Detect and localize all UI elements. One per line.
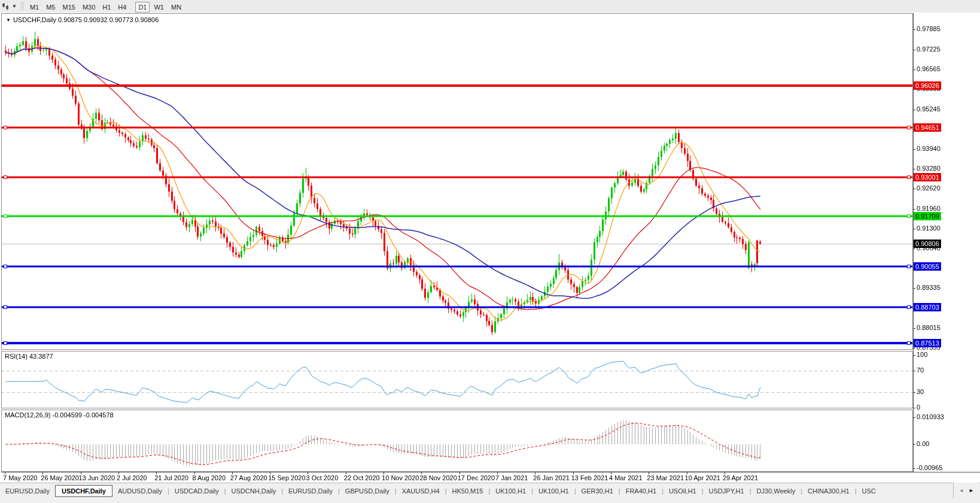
rsi-scale-label: 70	[917, 366, 924, 374]
macd-indicator-label: MACD(12,26,9) -0.004599 -0.004578	[5, 411, 114, 419]
current-price-label: 0.90806	[914, 240, 941, 248]
chevron-down-icon: ▼	[12, 4, 17, 9]
macd-scale-label: 0.00	[917, 440, 929, 447]
price-tick-label: 0.92620	[917, 184, 941, 192]
date-tick-label: 4 Mar 2021	[609, 474, 643, 481]
price-tick-label: 0.97225	[917, 46, 941, 53]
date-tick-label: 13 Feb 2021	[571, 474, 608, 481]
tab-audusd-daily[interactable]: AUDUSD,Daily	[112, 486, 168, 496]
tab-usoil-h1[interactable]: USOil,H1	[664, 486, 702, 496]
hline-price-label: 0.96026	[914, 81, 941, 90]
date-tick-label: 10 Nov 2020	[382, 474, 419, 481]
timeframe-button-w1[interactable]: W1	[151, 2, 167, 13]
date-tick-label: 3 Oct 2020	[306, 474, 338, 481]
date-tick-label: 26 May 2020	[41, 474, 79, 481]
tab-eurusd-daily[interactable]: EURUSD,Daily	[0, 486, 55, 496]
date-tick-label: 10 Apr 2021	[685, 474, 720, 481]
tab-fra40-h1[interactable]: FRA40,H1	[620, 486, 662, 496]
date-tick-label: 27 Aug 2020	[230, 474, 267, 481]
timeframe-button-m5[interactable]: M5	[43, 2, 58, 13]
date-tick-label: 21 Jul 2020	[154, 474, 188, 481]
tab-eurusd-daily[interactable]: EURUSD,Daily	[283, 486, 338, 496]
date-tick-label: 2 Jul 2020	[117, 474, 147, 481]
price-chart-canvas[interactable]	[0, 13, 980, 483]
price-tick-label: 0.95245	[917, 105, 941, 113]
chart-area: ▼USDCHF,Daily 0.90875 0.90932 0.90773 0.…	[0, 13, 980, 483]
rsi-scale-label: 30	[917, 388, 924, 395]
scroll-tabs-right-button[interactable]: ►	[966, 486, 976, 495]
tab-scroll-arrows: ◄ ►	[953, 483, 979, 498]
hline-price-label: 0.90055	[914, 262, 941, 271]
price-tick-label: 0.96565	[917, 65, 941, 72]
timeframe-button-h4[interactable]: H4	[115, 2, 129, 13]
timeframe-button-m30[interactable]: M30	[80, 2, 98, 13]
timeframe-button-m15[interactable]: M15	[59, 2, 78, 13]
tab-ger30-h1[interactable]: GER30,H1	[576, 486, 619, 496]
date-tick-label: 15 Sep 2020	[268, 474, 305, 481]
date-tick-label: 13 Jun 2020	[79, 474, 115, 481]
tab-gbpusd-daily[interactable]: GBPUSD,Daily	[340, 486, 395, 496]
toolbar-grip[interactable]	[20, 2, 24, 11]
tab-uk100-h1[interactable]: UK100,H1	[533, 486, 574, 496]
timeframe-button-h1[interactable]: H1	[99, 2, 114, 13]
tab-uk100-h1[interactable]: UK100,H1	[490, 486, 531, 496]
tab-usdjpy-h1[interactable]: USDJPY,H1	[704, 486, 750, 496]
chart-title: ▼USDCHF,Daily 0.90875 0.90932 0.90773 0.…	[6, 16, 159, 23]
timeframe-button-d1[interactable]: D1	[135, 2, 150, 13]
scroll-tabs-left-button[interactable]: ◄	[956, 486, 966, 495]
timeframe-buttons: M1M5M15M30H1H4D1W1MN	[26, 1, 190, 12]
hline-price-label: 0.87513	[914, 339, 941, 347]
date-tick-label: 8 Aug 2020	[193, 474, 226, 481]
rsi-scale-label: 100	[917, 351, 927, 358]
date-tick-label: 29 Apr 2021	[723, 474, 758, 481]
date-tick-label: 28 Nov 2020	[419, 474, 456, 481]
tab-usdcad-daily[interactable]: USDCAD,Daily	[169, 486, 224, 496]
chart-type-dropdown-button[interactable]: ▼	[0, 1, 18, 12]
macd-scale-label: 0.010933	[917, 413, 944, 420]
hline-price-label: 0.93001	[914, 173, 941, 181]
hline-price-label: 0.88703	[914, 303, 941, 311]
chart-tab-bar: EURUSD,DailyUSDCHF,DailyAUDUSD,Daily|USD…	[0, 483, 980, 499]
candles-indicator-icon	[2, 3, 10, 10]
date-tick-label: 26 Jan 2021	[533, 474, 570, 481]
date-tick-label: 7 Jan 2021	[495, 474, 528, 481]
chart-toolbar: ▼ M1M5M15M30H1H4D1W1MN	[0, 0, 980, 13]
timeframe-button-m1[interactable]: M1	[27, 2, 42, 13]
tab-hk50-m15[interactable]: HK50,M15	[447, 486, 489, 496]
hline-price-label: 0.94651	[914, 123, 941, 132]
macd-scale-label: -0.00965	[917, 464, 942, 471]
tab-dj30-weekly[interactable]: DJ30,Weekly	[751, 486, 801, 496]
tab-usdcnh-daily[interactable]: USDCNH,Daily	[226, 486, 282, 496]
trading-platform-window: ▼ M1M5M15M30H1H4D1W1MN ▼USDCHF,Daily 0.9…	[0, 0, 980, 503]
date-tick-label: 7 May 2020	[3, 474, 37, 481]
price-tick-label: 0.91960	[917, 205, 941, 212]
price-tick-label: 0.93280	[917, 165, 941, 172]
tab-xauusd-h4[interactable]: XAUUSD,H4	[397, 486, 445, 496]
collapse-triangle-icon: ▼	[6, 17, 11, 23]
date-tick-label: 22 Oct 2020	[344, 474, 380, 481]
price-tick-label: 0.91300	[917, 225, 941, 232]
tab-usdchf-daily[interactable]: USDCHF,Daily	[55, 485, 112, 497]
price-tick-label: 0.89335	[917, 284, 941, 291]
tab-china300-h1[interactable]: CHINA300,H1	[802, 486, 855, 496]
price-tick-label: 0.93940	[917, 145, 941, 152]
rsi-indicator-label: RSI(14) 43.3877	[5, 353, 53, 360]
date-tick-label: 17 Dec 2020	[458, 474, 495, 481]
tab-usc[interactable]: USC	[857, 486, 881, 496]
price-tick-label: 0.97885	[917, 25, 941, 32]
rsi-scale-label: 0	[917, 404, 920, 411]
price-tick-label: 0.88015	[917, 324, 941, 331]
timeframe-button-mn[interactable]: MN	[168, 2, 184, 13]
chart-title-text: USDCHF,Daily 0.90875 0.90932 0.90773 0.9…	[13, 16, 159, 23]
hline-price-label: 0.91709	[914, 212, 941, 220]
date-tick-label: 23 Mar 2021	[647, 474, 684, 481]
